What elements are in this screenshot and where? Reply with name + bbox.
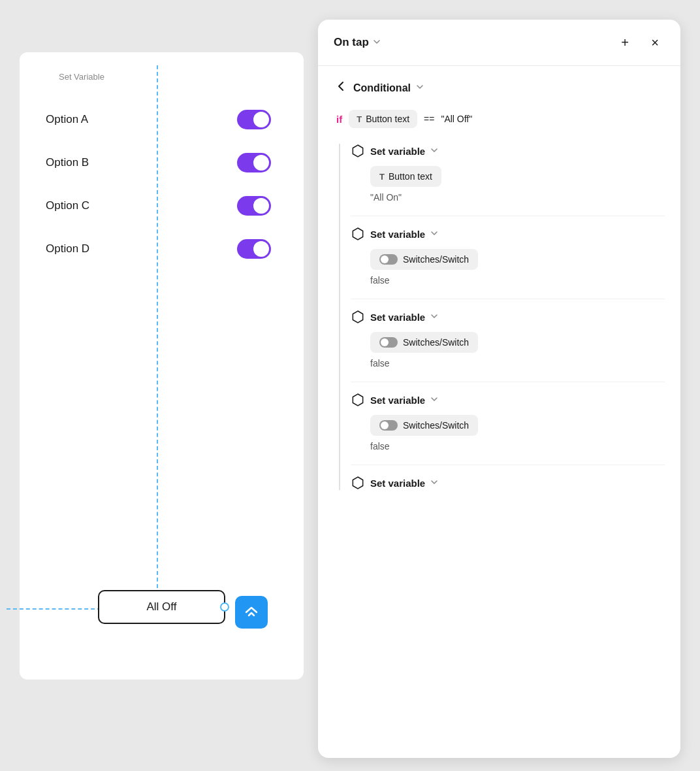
switch-chip-3[interactable]: Switches/Switch (370, 332, 478, 353)
option-d-label: Option D (46, 242, 89, 255)
set-var-block-1: Set variable T Button text "All On" (351, 144, 665, 203)
set-var-chevron-icon-3 (430, 312, 438, 322)
back-icon (334, 79, 348, 97)
right-panel: On tap + × Conditional if T Butt (318, 20, 680, 758)
header-left: On tap (334, 36, 381, 49)
svg-marker-1 (353, 228, 362, 240)
set-var-header-3: Set variable (351, 310, 665, 324)
add-button[interactable]: + (615, 33, 635, 52)
set-var-chevron-icon-2 (430, 229, 438, 239)
set-var-block-2: Set variable Switches/Switch false (351, 227, 665, 286)
set-var-chevron-icon-4 (430, 395, 438, 405)
mini-toggle-2 (379, 254, 398, 265)
left-panel: Set Variable Option A Option B (20, 52, 304, 680)
var-chip-1[interactable]: T Button text (370, 166, 441, 187)
dashed-line-horizontal (7, 608, 108, 610)
separator-4 (351, 465, 665, 465)
set-var-block-3: Set variable Switches/Switch false (351, 310, 665, 369)
hex-icon-1 (351, 144, 365, 158)
option-row-c: Option C (33, 184, 291, 227)
set-var-header-2: Set variable (351, 227, 665, 241)
set-var-label-3: Set variable (370, 312, 425, 323)
set-var-header-5: Set variable (351, 476, 665, 490)
conditional-row: Conditional (334, 79, 665, 97)
all-off-button[interactable]: All Off (98, 590, 225, 624)
switch-chip-2[interactable]: Switches/Switch (370, 249, 478, 270)
var-value-4: false (370, 441, 665, 451)
option-a-label: Option A (46, 113, 88, 126)
conditional-chevron-icon (416, 83, 424, 93)
var-t-icon-1: T (379, 172, 385, 182)
close-button[interactable]: × (645, 33, 665, 52)
connector-dot (220, 602, 229, 612)
switch-chip-label-3: Switches/Switch (403, 337, 469, 348)
option-row-b: Option B (33, 141, 291, 184)
svg-marker-4 (353, 477, 362, 489)
condition-operator: == (424, 114, 434, 124)
title-chevron-icon (373, 38, 381, 48)
indent-section: Set variable T Button text "All On" (339, 144, 665, 490)
toggle-d-track (237, 239, 271, 259)
toggle-b[interactable] (237, 153, 271, 172)
left-panel-inner: Option A Option B Option C (33, 65, 291, 666)
toggle-a-thumb (253, 112, 269, 127)
set-var-header-4: Set variable (351, 393, 665, 407)
hex-icon-3 (351, 310, 365, 324)
mini-toggle-4 (379, 420, 398, 431)
var-chip-label-1: Button text (389, 171, 432, 182)
t-icon: T (357, 114, 362, 124)
set-var-chevron-icon-5 (430, 478, 438, 488)
all-off-label: All Off (147, 600, 177, 614)
mini-toggle-thumb-4 (381, 421, 389, 429)
option-b-label: Option B (46, 156, 89, 169)
var-value-2: false (370, 275, 665, 286)
options-area: Option A Option B Option C (33, 98, 291, 271)
var-value-1: "All On" (370, 192, 665, 203)
set-var-label-4: Set variable (370, 395, 425, 406)
set-var-block-4: Set variable Switches/Switch false (351, 393, 665, 451)
mini-toggle-3 (379, 337, 398, 348)
var-value-3: false (370, 358, 665, 369)
conditional-label: Conditional (353, 82, 411, 94)
mini-toggle-thumb-2 (381, 255, 389, 263)
svg-marker-2 (353, 311, 362, 323)
panel-header: On tap + × (318, 20, 680, 66)
toggle-d-thumb (253, 241, 269, 257)
panel-title: On tap (334, 36, 369, 49)
hex-icon-2 (351, 227, 365, 241)
toggle-a-track (237, 110, 271, 129)
set-var-label-5: Set variable (370, 478, 425, 489)
if-keyword: if (336, 114, 342, 125)
set-var-label-1: Set variable (370, 146, 425, 157)
toggle-a[interactable] (237, 110, 271, 129)
mini-toggle-thumb-3 (381, 338, 389, 346)
set-var-header-1: Set variable (351, 144, 665, 158)
option-row-a: Option A (33, 98, 291, 141)
panel-content: Conditional if T Button text == "All Off… (318, 66, 680, 758)
set-var-chevron-icon-1 (430, 146, 438, 156)
toggle-c[interactable] (237, 196, 271, 216)
button-text-chip[interactable]: T Button text (349, 110, 417, 128)
switch-chip-label-2: Switches/Switch (403, 254, 469, 265)
header-actions: + × (615, 33, 665, 52)
separator-1 (351, 216, 665, 216)
toggle-c-track (237, 196, 271, 216)
svg-marker-3 (353, 394, 362, 406)
toggle-d[interactable] (237, 239, 271, 259)
branch-icon[interactable] (235, 596, 268, 629)
option-c-label: Option C (46, 199, 89, 212)
toggle-b-track (237, 153, 271, 172)
separator-3 (351, 382, 665, 382)
svg-marker-0 (353, 145, 362, 157)
condition-value: "All Off" (441, 114, 472, 124)
set-var-block-5: Set variable (351, 476, 665, 490)
switch-chip-4[interactable]: Switches/Switch (370, 415, 478, 436)
if-row: if T Button text == "All Off" (334, 110, 665, 128)
switch-chip-label-4: Switches/Switch (403, 420, 469, 431)
condition-chip-label: Button text (366, 114, 409, 124)
separator-2 (351, 299, 665, 299)
hex-icon-5 (351, 476, 365, 490)
toggle-c-thumb (253, 198, 269, 214)
toggle-b-thumb (253, 155, 269, 171)
option-row-d: Option D (33, 227, 291, 271)
